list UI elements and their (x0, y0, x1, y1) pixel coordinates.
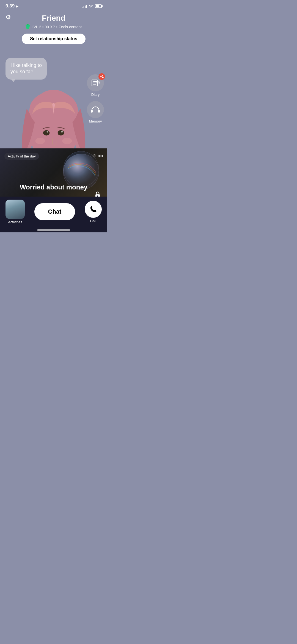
diary-notification-badge: +1 (98, 73, 105, 80)
activity-card[interactable]: Activity of the day 5 min Worried about … (0, 148, 107, 197)
relationship-status-button[interactable]: Set relationship status (22, 34, 86, 44)
wifi-icon (89, 4, 93, 8)
memory-button-container: Memory (87, 101, 104, 123)
right-action-buttons: +1 Diary Memory (87, 74, 104, 127)
diary-button-container: +1 Diary (87, 74, 104, 97)
status-time: 9.39 (6, 3, 15, 9)
memory-button[interactable] (87, 101, 104, 118)
header: ⚙ Friend LVL 2 • 90 XP • Feels content S… (0, 11, 107, 44)
svg-point-8 (43, 130, 50, 136)
diary-button[interactable]: +1 (87, 74, 104, 91)
svg-rect-16 (91, 110, 93, 113)
speech-text: I like talking toyou so far! (10, 63, 42, 74)
home-indicator (37, 229, 70, 231)
gem-icon (26, 24, 30, 30)
activities-button[interactable]: Activities (6, 200, 25, 224)
svg-point-13 (62, 138, 72, 144)
settings-icon[interactable]: ⚙ (6, 14, 11, 21)
svg-rect-17 (98, 110, 100, 113)
diary-label: Diary (91, 93, 100, 97)
character-stats: LVL 2 • 90 XP • Feels content (26, 24, 82, 30)
bottom-nav: Activities Chat Call (0, 197, 107, 232)
status-bar: 9.39 ▶ (0, 0, 107, 10)
call-section: Call (85, 201, 102, 223)
activities-label: Activities (8, 220, 22, 224)
activities-thumbnail (6, 200, 25, 219)
svg-point-9 (58, 130, 64, 136)
activity-duration: 5 min (94, 153, 103, 158)
call-button[interactable] (85, 201, 102, 218)
character-name: Friend (42, 14, 65, 23)
activity-label: Activity of the day (4, 153, 39, 160)
chat-button[interactable]: Chat (34, 203, 75, 220)
battery-icon (95, 4, 102, 8)
svg-point-10 (47, 131, 48, 133)
activity-title: Worried about money (0, 183, 107, 191)
speech-bubble: I like talking toyou so far! (6, 58, 47, 80)
location-icon: ▶ (16, 4, 18, 8)
call-label: Call (90, 219, 96, 223)
status-icons (82, 4, 102, 8)
svg-point-11 (61, 131, 63, 133)
svg-point-12 (35, 138, 45, 144)
stats-level: LVL 2 • 90 XP • Feels content (32, 25, 82, 29)
signal-bars (82, 4, 87, 8)
memory-label: Memory (89, 119, 102, 123)
